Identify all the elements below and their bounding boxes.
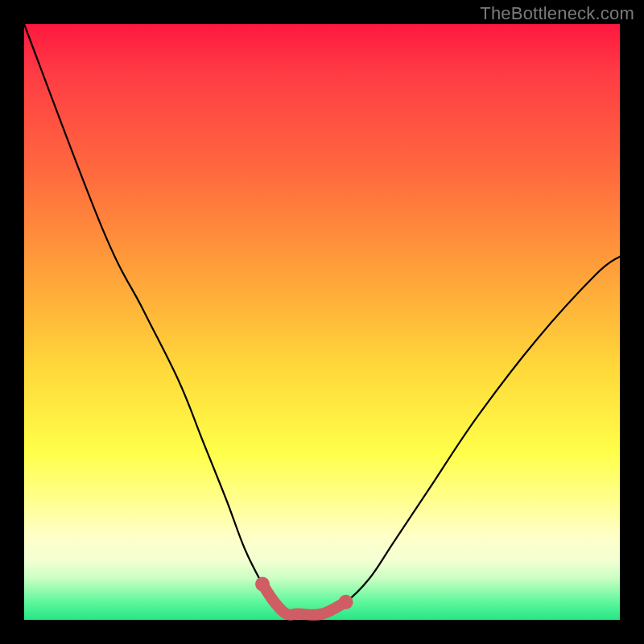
watermark-text: TheBottleneck.com: [480, 3, 634, 24]
outer-frame: TheBottleneck.com: [0, 0, 644, 644]
highlight-segment: [262, 584, 346, 615]
highlight-dot: [255, 577, 270, 592]
highlight-dot: [339, 595, 353, 609]
plot-area: [24, 24, 620, 620]
curve-layer: [24, 24, 620, 620]
bottleneck-curve: [24, 24, 620, 615]
